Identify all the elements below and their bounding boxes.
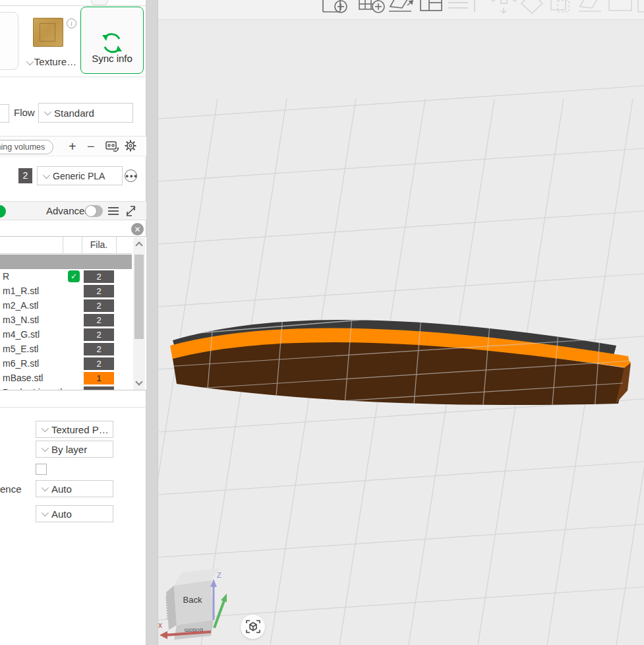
remove-filament-button[interactable]: − bbox=[87, 138, 95, 155]
filament-badge[interactable]: 1 bbox=[84, 372, 114, 384]
chevron-down-icon bbox=[43, 171, 50, 178]
table-scrollbar[interactable] bbox=[133, 237, 145, 390]
plate-type-select[interactable]: Textured P… bbox=[36, 421, 113, 438]
scroll-down-icon[interactable] bbox=[135, 378, 142, 385]
chevron-down-icon bbox=[42, 445, 49, 452]
flow-input-partial[interactable] bbox=[0, 104, 9, 123]
chevron-down-icon bbox=[44, 108, 51, 115]
mode-select[interactable]: By layer bbox=[36, 441, 113, 458]
flow-select[interactable]: Standard bbox=[38, 103, 133, 123]
table-row[interactable]: m2_A.stl 2 bbox=[0, 298, 132, 313]
settings-checkbox[interactable] bbox=[36, 464, 47, 475]
table-row[interactable]: R ✓ 2 bbox=[0, 269, 132, 284]
chevron-down-icon bbox=[42, 484, 49, 491]
table-row[interactable]: m6_R.stl 2 bbox=[0, 356, 132, 371]
split-to-parts-icon[interactable] bbox=[609, 0, 631, 11]
flow-label: Flow bbox=[14, 107, 35, 118]
objects-table: Fila. R ✓ 2 m1_R.stl 2 m2_A.stl 2 m3_N.s… bbox=[0, 236, 146, 390]
table-body: R ✓ 2 m1_R.stl 2 m2_A.stl 2 m3_N.stl 2 m… bbox=[0, 255, 132, 390]
filament-badge[interactable]: 2 bbox=[84, 357, 114, 370]
sequence-select[interactable]: Auto bbox=[36, 480, 113, 497]
panel-collapse-notch[interactable] bbox=[91, 0, 108, 5]
3d-viewport[interactable]: Back Bottom Z x bbox=[158, 0, 644, 645]
filament-toolbar: Flushing volumes + − bbox=[0, 136, 146, 156]
auto-orient-icon[interactable] bbox=[389, 0, 413, 11]
table-row[interactable]: m1_R.stl 2 bbox=[0, 284, 132, 298]
reset-view-button[interactable] bbox=[241, 615, 265, 639]
texture-plate-card[interactable]: i Texture… bbox=[25, 8, 78, 73]
nav-cube[interactable]: Back Bottom Z x bbox=[158, 568, 227, 640]
filament-badge[interactable]: 2 bbox=[84, 285, 114, 297]
close-icon[interactable]: ✕ bbox=[131, 223, 144, 235]
gear-icon[interactable] bbox=[124, 139, 137, 154]
y-axis-arrow bbox=[214, 599, 225, 628]
advanced-toggle[interactable] bbox=[85, 205, 103, 217]
filament-column-header: Fila. bbox=[82, 239, 115, 250]
flow-row: Flow Standard bbox=[0, 104, 146, 125]
sequence-label: ence bbox=[0, 483, 22, 495]
row-visibility-checkbox[interactable]: ✓ bbox=[68, 270, 80, 282]
chevron-down-icon bbox=[26, 58, 34, 65]
scroll-up-icon[interactable] bbox=[135, 241, 142, 249]
filament-badge[interactable]: 2 bbox=[84, 328, 114, 341]
object-list-icon[interactable] bbox=[107, 205, 120, 219]
assembly-view-icon[interactable] bbox=[638, 0, 644, 12]
params-compare-icon[interactable] bbox=[125, 204, 138, 220]
texture-plate-image bbox=[33, 18, 63, 47]
ams-sync-icon[interactable] bbox=[105, 140, 119, 155]
filament-badge[interactable]: 2 bbox=[84, 270, 114, 283]
x-axis-label: x bbox=[158, 621, 162, 630]
scale-icon[interactable] bbox=[551, 0, 569, 12]
add-filament-button[interactable]: + bbox=[69, 138, 76, 155]
place-on-face-icon[interactable] bbox=[579, 0, 601, 11]
advanced-row: Advanced bbox=[0, 201, 146, 220]
mode-indicator-icon[interactable] bbox=[0, 205, 6, 218]
z-axis-label: Z bbox=[217, 571, 221, 579]
filament-badge[interactable]: 2 bbox=[84, 314, 114, 326]
filament-badge[interactable]: 2 bbox=[84, 343, 114, 355]
rotate-icon[interactable] bbox=[521, 0, 542, 13]
auto-arrange-icon[interactable] bbox=[359, 0, 384, 13]
table-row[interactable]: mBase.stl 1 bbox=[0, 371, 132, 385]
split-to-objects-icon[interactable] bbox=[421, 0, 442, 11]
model-curved-band[interactable] bbox=[165, 284, 633, 429]
chevron-down-icon bbox=[42, 509, 49, 516]
variable-layer-height-icon[interactable] bbox=[448, 0, 468, 8]
filament-material-select[interactable]: Generic PLA bbox=[37, 166, 123, 185]
filament-index-badge[interactable]: 2 bbox=[18, 168, 32, 183]
add-plate-icon[interactable] bbox=[323, 0, 347, 13]
table-row[interactable]: m3_N.stl 2 bbox=[0, 313, 132, 327]
table-row[interactable]: Border Line.stl 2 bbox=[0, 385, 132, 390]
panel-divider[interactable] bbox=[146, 0, 158, 645]
advanced-label: Advanced bbox=[46, 205, 90, 216]
table-row[interactable] bbox=[0, 255, 132, 269]
filament-row: 2 Generic PLA ●●● bbox=[0, 166, 146, 190]
scene-canvas[interactable]: Back Bottom Z x bbox=[158, 0, 644, 645]
scrollbar-thumb[interactable] bbox=[134, 255, 144, 339]
panel-top-divider bbox=[0, 5, 146, 6]
table-header: Fila. bbox=[0, 237, 132, 254]
left-sidebar: i Texture… Sync info Flow Standard Flush… bbox=[0, 0, 146, 645]
move-icon[interactable] bbox=[492, 0, 516, 13]
filament-badge[interactable]: 2 bbox=[84, 299, 114, 312]
filament-badge[interactable]: 2 bbox=[84, 386, 114, 391]
sync-info-button[interactable]: Sync info bbox=[80, 7, 144, 74]
filament-more-icon[interactable]: ●●● bbox=[125, 169, 137, 182]
plate-option-card-partial[interactable] bbox=[0, 12, 18, 70]
chevron-down-icon bbox=[42, 425, 49, 432]
info-icon[interactable]: i bbox=[67, 18, 76, 28]
cube-view-icon bbox=[245, 619, 261, 634]
texture-plate-label: Texture… bbox=[25, 56, 78, 67]
sync-info-label: Sync info bbox=[81, 53, 143, 64]
viewport-toolbar bbox=[158, 0, 644, 20]
flushing-volumes-button[interactable]: Flushing volumes bbox=[0, 140, 53, 154]
table-row[interactable]: m5_E.stl 2 bbox=[0, 342, 132, 356]
nav-cube-back-label[interactable]: Back bbox=[183, 595, 202, 605]
table-row[interactable]: m4_G.stl 2 bbox=[0, 327, 132, 342]
auto-select[interactable]: Auto bbox=[36, 505, 113, 522]
